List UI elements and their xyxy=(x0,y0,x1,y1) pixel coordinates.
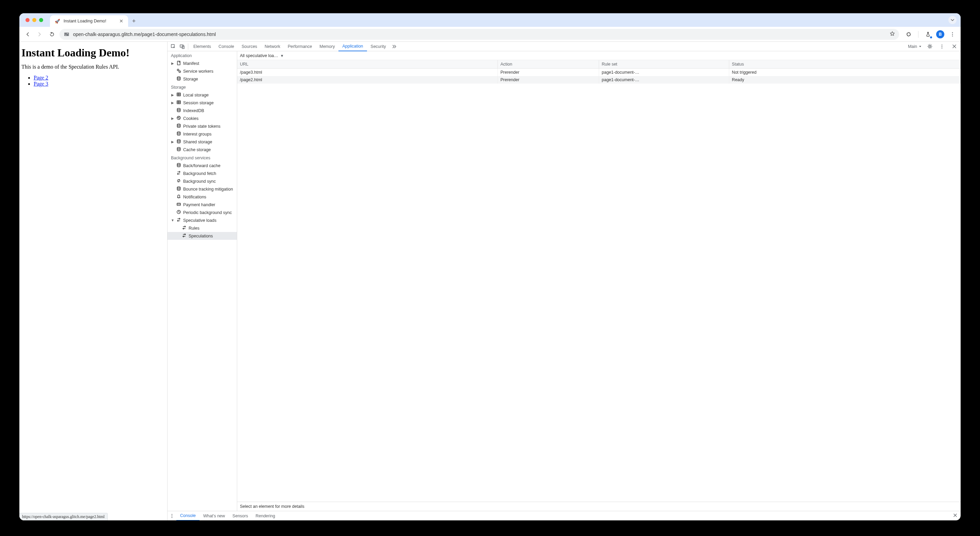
profile-avatar[interactable]: B xyxy=(936,30,944,38)
sidebar-item-notifications[interactable]: Notifications xyxy=(167,193,237,201)
sidebar-item-label: Back/forward cache xyxy=(183,163,221,168)
sidebar-item-private-state-tokens[interactable]: Private state tokens xyxy=(167,122,237,130)
tab-search-button[interactable] xyxy=(948,16,956,24)
devtools-tab-sources[interactable]: Sources xyxy=(238,42,261,51)
sidebar-item-interest-groups[interactable]: Interest groups xyxy=(167,130,237,138)
svg-point-2 xyxy=(65,33,66,33)
back-button[interactable] xyxy=(23,30,32,39)
svg-point-34 xyxy=(172,515,172,516)
kebab-icon xyxy=(170,514,174,519)
target-selector[interactable]: Main xyxy=(908,44,922,49)
db-icon xyxy=(177,163,181,169)
bookmark-button[interactable] xyxy=(889,31,895,37)
inspect-button[interactable] xyxy=(169,42,178,51)
sidebar-item-label: Cookies xyxy=(183,116,199,121)
close-tab-button[interactable]: ✕ xyxy=(119,18,123,24)
sidebar-item-back-forward-cache[interactable]: Back/forward cache xyxy=(167,162,237,170)
column-header[interactable]: URL xyxy=(237,60,498,68)
more-tabs-button[interactable] xyxy=(390,42,399,51)
triangle-down-icon: ▼ xyxy=(280,54,284,58)
extensions-button[interactable] xyxy=(904,30,913,39)
sidebar-item-local-storage[interactable]: ▶Local storage xyxy=(167,91,237,99)
cell-action: Prerender xyxy=(498,76,599,84)
devtools-tab-console[interactable]: Console xyxy=(215,42,238,51)
svg-point-16 xyxy=(179,71,181,73)
labs-button[interactable] xyxy=(923,30,933,39)
devtools-menu-button[interactable] xyxy=(937,42,947,51)
sidebar-item-service-workers[interactable]: Service workers xyxy=(167,67,237,75)
sidebar-item-cache-storage[interactable]: Cache storage xyxy=(167,146,237,154)
svg-point-20 xyxy=(177,108,180,110)
cookie-icon xyxy=(177,116,181,121)
sidebar-item-label: Storage xyxy=(183,77,198,81)
sidebar-item-session-storage[interactable]: ▶Session storage xyxy=(167,99,237,107)
drawer-close-button[interactable] xyxy=(950,513,961,519)
drawer-tab-sensors[interactable]: Sensors xyxy=(229,511,252,521)
filter-dropdown[interactable]: All speculative loa… ▼ xyxy=(240,53,284,58)
sidebar-item-shared-storage[interactable]: ▶Shared storage xyxy=(167,138,237,146)
chrome-menu-button[interactable] xyxy=(948,30,957,39)
column-header[interactable]: Status xyxy=(729,60,960,68)
db-icon xyxy=(177,123,181,129)
column-header[interactable]: Rule set xyxy=(599,60,729,68)
drawer-menu-button[interactable] xyxy=(167,514,177,519)
devtools-tab-memory[interactable]: Memory xyxy=(316,42,339,51)
puzzle-icon xyxy=(906,32,912,37)
notification-dot-icon xyxy=(930,37,932,38)
close-window-button[interactable] xyxy=(25,18,30,22)
page-link[interactable]: Page 3 xyxy=(33,81,48,87)
tab-strip: 🚀 Instant Loading Demo! ✕ + xyxy=(19,13,961,27)
site-settings-icon[interactable] xyxy=(64,31,70,37)
drawer-tab-rendering[interactable]: Rendering xyxy=(252,511,279,521)
address-bar[interactable]: open-chalk-asparagus.glitch.me/page1-doc… xyxy=(59,29,899,40)
sidebar-item-label: Service workers xyxy=(183,69,213,74)
sync-icon xyxy=(177,178,181,184)
column-header[interactable]: Action xyxy=(498,60,599,68)
toolbar-right: B xyxy=(902,30,957,39)
devtools-tab-network[interactable]: Network xyxy=(261,42,284,51)
sidebar-item-background-fetch[interactable]: Background fetch xyxy=(167,170,237,177)
devices-icon xyxy=(180,44,185,49)
svg-point-23 xyxy=(179,117,179,117)
new-tab-button[interactable]: + xyxy=(128,15,140,27)
svg-rect-1 xyxy=(65,35,68,36)
sidebar-item-cookies[interactable]: ▶Cookies xyxy=(167,115,237,122)
sidebar-item-rules[interactable]: Rules xyxy=(167,224,237,232)
forward-button[interactable] xyxy=(35,30,45,39)
sidebar-item-payment-handler[interactable]: Payment handler xyxy=(167,201,237,208)
star-icon xyxy=(889,31,895,37)
minimize-window-button[interactable] xyxy=(32,18,37,22)
maximize-window-button[interactable] xyxy=(39,18,43,22)
sidebar-item-label: Session storage xyxy=(183,100,214,105)
devtools-close-button[interactable] xyxy=(950,42,959,51)
speculations-table-wrap: URLActionRule setStatus /page3.htmlPrere… xyxy=(237,60,961,502)
sidebar-item-manifest[interactable]: ▶Manifest xyxy=(167,59,237,67)
sidebar-item-periodic-background-sync[interactable]: Periodic background sync xyxy=(167,208,237,216)
sidebar-item-speculations[interactable]: Speculations xyxy=(167,232,237,240)
window-controls xyxy=(23,13,46,27)
drawer-tab-what-s-new[interactable]: What's new xyxy=(199,511,229,521)
sidebar-item-bounce-tracking-mitigation[interactable]: Bounce tracking mitigation xyxy=(167,185,237,193)
sidebar-group-title: Storage xyxy=(167,83,237,91)
browser-tab[interactable]: 🚀 Instant Loading Demo! ✕ xyxy=(50,15,128,27)
svg-rect-14 xyxy=(177,61,180,65)
devtools-tab-performance[interactable]: Performance xyxy=(284,42,316,51)
sidebar-item-speculative-loads[interactable]: ▼Speculative loads xyxy=(167,216,237,224)
cell-ruleset: page1-document-… xyxy=(599,76,729,84)
triangle-down-icon xyxy=(918,45,922,48)
devtools-settings-button[interactable] xyxy=(925,42,934,51)
drawer-tab-console[interactable]: Console xyxy=(177,511,199,521)
devtools-tab-application[interactable]: Application xyxy=(339,42,367,51)
device-toggle-button[interactable] xyxy=(178,42,186,51)
sidebar-item-indexeddb[interactable]: IndexedDB xyxy=(167,107,237,115)
table-row[interactable]: /page3.htmlPrerenderpage1-document-…Not … xyxy=(237,68,961,76)
sidebar-item-background-sync[interactable]: Background sync xyxy=(167,177,237,185)
sidebar-item-storage[interactable]: Storage xyxy=(167,75,237,83)
table-row[interactable]: /page2.htmlPrerenderpage1-document-…Read… xyxy=(237,76,961,84)
page-link[interactable]: Page 2 xyxy=(33,75,48,81)
devtools-tab-elements[interactable]: Elements xyxy=(189,42,215,51)
devtools-tab-security[interactable]: Security xyxy=(367,42,390,51)
sidebar-item-label: Bounce tracking mitigation xyxy=(183,187,233,192)
details-hint: Select an element for more details xyxy=(237,502,961,511)
reload-button[interactable] xyxy=(47,30,57,39)
